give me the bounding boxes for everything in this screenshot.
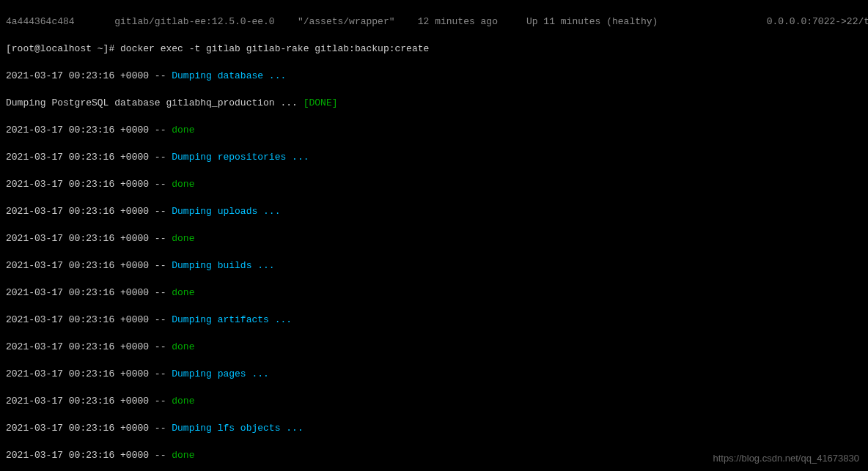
done-line: 2021-03-17 00:23:16 +0000 -- done bbox=[6, 286, 862, 300]
dump-database: 2021-03-17 00:23:16 +0000 -- Dumping dat… bbox=[6, 70, 862, 84]
done-line: 2021-03-17 00:23:16 +0000 -- done bbox=[6, 395, 862, 409]
shell-prompt: [root@localhost ~]# bbox=[6, 43, 120, 54]
shell-command: docker exec -t gitlab gitlab-rake gitlab… bbox=[120, 43, 429, 54]
done-line: 2021-03-17 00:23:16 +0000 -- done bbox=[6, 178, 862, 192]
dump-lfs: 2021-03-17 00:23:16 +0000 -- Dumping lfs… bbox=[6, 422, 862, 436]
dump-postgresql: Dumping PostgreSQL database gitlabhq_pro… bbox=[6, 97, 862, 111]
dump-repos: 2021-03-17 00:23:16 +0000 -- Dumping rep… bbox=[6, 151, 862, 165]
done-line: 2021-03-17 00:23:16 +0000 -- done bbox=[6, 124, 862, 138]
done-line: 2021-03-17 00:23:16 +0000 -- done bbox=[6, 341, 862, 355]
terminal-output[interactable]: 4a444364c484 gitlab/gitlab-ee:12.5.0-ee.… bbox=[0, 0, 868, 471]
dump-artifacts: 2021-03-17 00:23:16 +0000 -- Dumping art… bbox=[6, 314, 862, 327]
watermark-text: https://blog.csdn.net/qq_41673830 bbox=[713, 452, 860, 466]
command-line: [root@localhost ~]# docker exec -t gitla… bbox=[6, 42, 862, 56]
dump-pages: 2021-03-17 00:23:16 +0000 -- Dumping pag… bbox=[6, 368, 862, 382]
dump-uploads: 2021-03-17 00:23:16 +0000 -- Dumping upl… bbox=[6, 205, 862, 219]
dump-builds: 2021-03-17 00:23:16 +0000 -- Dumping bui… bbox=[6, 259, 862, 273]
done-line: 2021-03-17 00:23:16 +0000 -- done bbox=[6, 232, 862, 246]
docker-ps-row: 4a444364c484 gitlab/gitlab-ee:12.5.0-ee.… bbox=[6, 15, 862, 29]
